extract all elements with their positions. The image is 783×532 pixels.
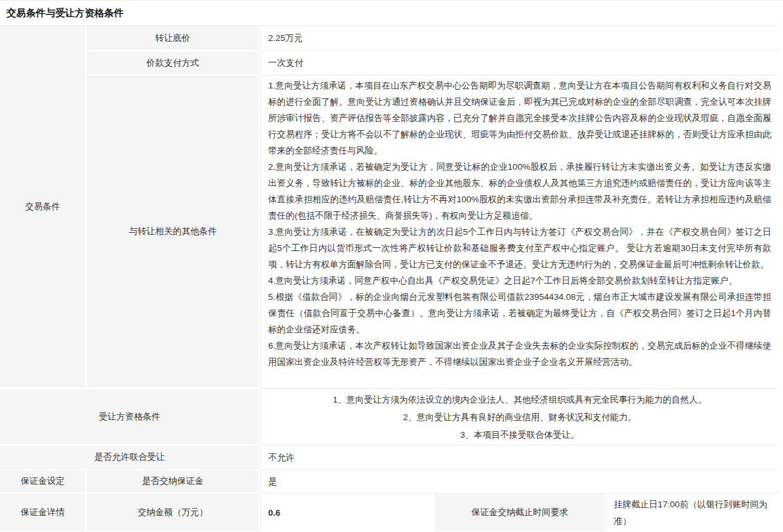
transaction-conditions-group-row: 交易条件 转让底价 2.25万元 价款支付方式 一次支付 与转让相关的其他条件 …: [0, 26, 778, 389]
table-row-joint-transfer: 是否允许联合受让 不允许: [0, 446, 778, 470]
floor-price-value: 2.25万元: [260, 26, 778, 51]
deposit-required-value: 是: [260, 470, 778, 494]
floor-price-label: 转让底价: [87, 26, 260, 51]
group-label-deposit-setting: 保证金设定: [0, 470, 87, 494]
payment-method-label: 价款支付方式: [87, 51, 260, 75]
transaction-conditions-rows: 转让底价 2.25万元 价款支付方式 一次支付 与转让相关的其他条件 1.意向受…: [87, 26, 778, 389]
payment-method-value: 一次支付: [260, 51, 778, 75]
deposit-deadline-value: 挂牌截止日17:00前（以银行到账时间为准）: [606, 494, 778, 532]
page-title: 交易条件与受让方资格条件: [7, 7, 124, 20]
table-row-deposit-detail: 保证金详情 交纳金额（万元） 0.6 保证金交纳截止时间要求 挂牌截止日17:0…: [0, 494, 778, 532]
qualification-label: 受让方资格条件: [0, 389, 260, 446]
listing-conditions-page: 交易条件与受让方资格条件 交易条件 转让底价 2.25万元 价款支付方式 一次支…: [0, 0, 783, 532]
table-row-payment-method: 价款支付方式 一次支付: [87, 51, 778, 75]
deposit-amount-label: 交纳金额（万元）: [87, 494, 260, 532]
group-label-transaction-conditions: 交易条件: [0, 26, 87, 389]
table-row-deposit-setting: 保证金设定 是否交纳保证金 是: [0, 470, 778, 494]
deposit-required-label: 是否交纳保证金: [87, 470, 260, 494]
condition-paragraph-4: 4.意向受让方须承诺，同意产权中心自出具《产权交易凭证》之日起7个工作日后将全部…: [268, 273, 771, 289]
deposit-deadline-label: 保证金交纳截止时间要求: [435, 494, 606, 532]
qualification-item-1: 1、意向受让方须为依法设立的境内企业法人、其他经济组织或具有完全民事行为能力的自…: [333, 391, 707, 408]
condition-paragraph-3: 3.意向受让方须承诺，在被确定为受让方的次日起5个工作日内与转让方签订《产权交易…: [268, 224, 771, 273]
table-row-qualification: 受让方资格条件 1、意向受让方须为依法设立的境内企业法人、其他经济组织或具有完全…: [0, 389, 778, 446]
section-title-bar: 交易条件与受让方资格条件: [0, 1, 783, 25]
conditions-table: 交易条件 转让底价 2.25万元 价款支付方式 一次支付 与转让相关的其他条件 …: [0, 25, 778, 532]
table-row-floor-price: 转让底价 2.25万元: [87, 26, 778, 51]
other-conditions-value: 1.意向受让方须承诺，本项目在山东产权交易中心公告期即为尽职调查期，意向受让方在…: [260, 75, 778, 389]
table-row-other-conditions: 与转让相关的其他条件 1.意向受让方须承诺，本项目在山东产权交易中心公告期即为尽…: [87, 75, 778, 389]
condition-paragraph-1: 1.意向受让方须承诺，本项目在山东产权交易中心公告期即为尽职调查期，意向受让方在…: [268, 77, 771, 159]
joint-transfer-value: 不允许: [260, 446, 778, 470]
deposit-amount-value: 0.6: [260, 494, 435, 532]
qualification-value: 1、意向受让方须为依法设立的境内企业法人、其他经济组织或具有完全民事行为能力的自…: [260, 389, 778, 446]
group-label-deposit-detail: 保证金详情: [0, 494, 87, 532]
qualification-item-2: 2、意向受让方具有良好的商业信用、财务状况和支付能力。: [403, 408, 637, 426]
condition-paragraph-6: 6.意向受让方须承诺，本次产权转让如导致国家出资企业及其子企业失去标的企业实际控…: [268, 338, 771, 370]
other-conditions-label: 与转让相关的其他条件: [87, 75, 260, 389]
joint-transfer-label: 是否允许联合受让: [0, 446, 260, 470]
condition-paragraph-2: 2.意向受让方须承诺，若被确定为受让方，同意受让标的企业100%股权后，承接履行…: [268, 159, 771, 224]
condition-paragraph-5: 5.根据《借款合同》，标的企业向烟台元发塑料包装有限公司借款23954434.0…: [268, 289, 771, 338]
deposit-deadline-text: 挂牌截止日17:00前（以银行到账时间为准）: [614, 496, 771, 530]
qualification-item-3: 3、本项目不接受联合体受让。: [460, 426, 579, 444]
